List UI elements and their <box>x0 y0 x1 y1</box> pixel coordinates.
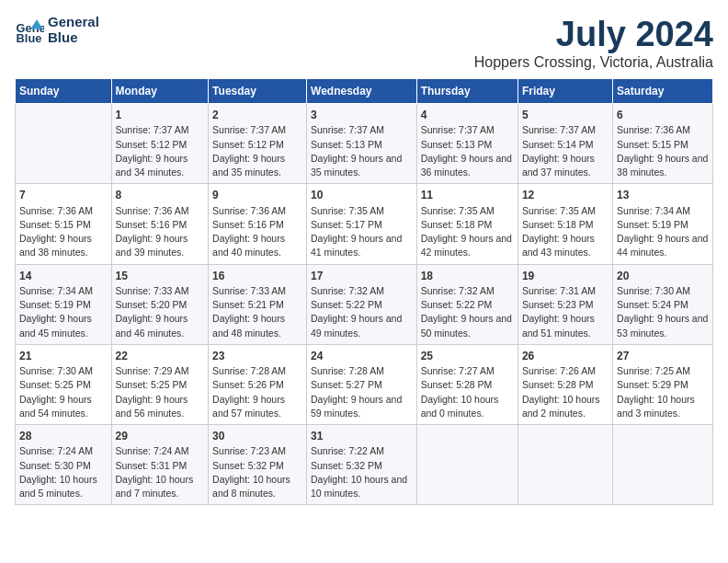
sunrise-text: Sunrise: 7:37 AM <box>522 123 609 137</box>
sunset-text: Sunset: 5:19 PM <box>617 218 709 232</box>
svg-text:Blue: Blue <box>17 30 42 44</box>
sunrise-text: Sunrise: 7:29 AM <box>116 364 205 378</box>
sunrise-text: Sunrise: 7:31 AM <box>522 284 609 298</box>
daylight-text: Daylight: 9 hours and 40 minutes. <box>212 232 302 259</box>
day-number: 23 <box>212 349 302 364</box>
sunset-text: Sunset: 5:30 PM <box>19 459 108 473</box>
day-number: 15 <box>116 269 205 284</box>
daylight-text: Daylight: 9 hours and 50 minutes. <box>421 312 514 339</box>
sunset-text: Sunset: 5:28 PM <box>522 378 609 392</box>
day-number: 4 <box>421 108 514 123</box>
calendar-cell: 4Sunrise: 7:37 AMSunset: 5:13 PMDaylight… <box>416 104 518 184</box>
sunrise-text: Sunrise: 7:28 AM <box>212 364 302 378</box>
sunset-text: Sunset: 5:22 PM <box>421 298 514 312</box>
daylight-text: Daylight: 9 hours and 38 minutes. <box>19 232 108 259</box>
sunrise-text: Sunrise: 7:28 AM <box>311 364 413 378</box>
sunset-text: Sunset: 5:24 PM <box>617 298 709 312</box>
calendar-cell: 29Sunrise: 7:24 AMSunset: 5:31 PMDayligh… <box>111 425 209 505</box>
sunset-text: Sunset: 5:20 PM <box>116 298 205 312</box>
sunrise-text: Sunrise: 7:36 AM <box>617 123 709 137</box>
calendar-cell <box>16 104 112 184</box>
title-area: July 2024 Hoppers Crossing, Victoria, Au… <box>474 15 713 71</box>
sunrise-text: Sunrise: 7:24 AM <box>19 444 108 458</box>
sunrise-text: Sunrise: 7:36 AM <box>19 204 108 218</box>
sunset-text: Sunset: 5:16 PM <box>212 218 302 232</box>
calendar-cell: 3Sunrise: 7:37 AMSunset: 5:13 PMDaylight… <box>307 104 417 184</box>
sunset-text: Sunset: 5:14 PM <box>522 138 609 152</box>
calendar-cell: 10Sunrise: 7:35 AMSunset: 5:17 PMDayligh… <box>307 184 417 264</box>
daylight-text: Daylight: 10 hours and 3 minutes. <box>617 393 709 420</box>
daylight-text: Daylight: 9 hours and 48 minutes. <box>212 312 302 339</box>
col-header-friday: Friday <box>518 79 612 104</box>
day-number: 13 <box>617 188 709 203</box>
col-header-saturday: Saturday <box>613 79 713 104</box>
daylight-text: Daylight: 9 hours and 43 minutes. <box>522 232 609 259</box>
sunrise-text: Sunrise: 7:32 AM <box>421 284 514 298</box>
day-number: 10 <box>311 188 413 203</box>
calendar-cell: 28Sunrise: 7:24 AMSunset: 5:30 PMDayligh… <box>16 425 112 505</box>
sunset-text: Sunset: 5:23 PM <box>522 298 609 312</box>
day-number: 30 <box>212 429 302 444</box>
daylight-text: Daylight: 9 hours and 37 minutes. <box>522 152 609 179</box>
daylight-text: Daylight: 9 hours and 42 minutes. <box>421 232 514 259</box>
daylight-text: Daylight: 10 hours and 5 minutes. <box>19 473 108 500</box>
sunrise-text: Sunrise: 7:24 AM <box>116 444 205 458</box>
sunrise-text: Sunrise: 7:27 AM <box>421 364 514 378</box>
day-number: 14 <box>19 269 108 284</box>
daylight-text: Daylight: 9 hours and 39 minutes. <box>116 232 205 259</box>
sunset-text: Sunset: 5:12 PM <box>212 138 302 152</box>
calendar-body: 1Sunrise: 7:37 AMSunset: 5:12 PMDaylight… <box>16 104 713 505</box>
col-header-tuesday: Tuesday <box>209 79 307 104</box>
daylight-text: Daylight: 9 hours and 45 minutes. <box>19 312 108 339</box>
daylight-text: Daylight: 9 hours and 35 minutes. <box>311 152 413 179</box>
sunrise-text: Sunrise: 7:37 AM <box>311 123 413 137</box>
daylight-text: Daylight: 9 hours and 54 minutes. <box>19 393 108 420</box>
sunrise-text: Sunrise: 7:33 AM <box>212 284 302 298</box>
day-number: 2 <box>212 108 302 123</box>
calendar-cell <box>518 425 612 505</box>
sunrise-text: Sunrise: 7:34 AM <box>19 284 108 298</box>
calendar-cell <box>613 425 713 505</box>
day-number: 5 <box>522 108 609 123</box>
header: General Blue General Blue July 2024 Hopp… <box>15 15 713 71</box>
sunset-text: Sunset: 5:25 PM <box>116 378 205 392</box>
calendar-week-row: 28Sunrise: 7:24 AMSunset: 5:30 PMDayligh… <box>16 425 713 505</box>
day-number: 22 <box>116 349 205 364</box>
day-number: 26 <box>522 349 609 364</box>
sunrise-text: Sunrise: 7:36 AM <box>116 204 205 218</box>
sunset-text: Sunset: 5:29 PM <box>617 378 709 392</box>
day-number: 31 <box>311 429 413 444</box>
daylight-text: Daylight: 10 hours and 8 minutes. <box>212 473 302 500</box>
sunrise-text: Sunrise: 7:30 AM <box>617 284 709 298</box>
calendar-week-row: 21Sunrise: 7:30 AMSunset: 5:25 PMDayligh… <box>16 344 713 424</box>
calendar-cell: 7Sunrise: 7:36 AMSunset: 5:15 PMDaylight… <box>16 184 112 264</box>
calendar-week-row: 1Sunrise: 7:37 AMSunset: 5:12 PMDaylight… <box>16 104 713 184</box>
sunset-text: Sunset: 5:16 PM <box>116 218 205 232</box>
logo-line1: General <box>48 15 99 30</box>
day-number: 24 <box>311 349 413 364</box>
calendar-cell: 24Sunrise: 7:28 AMSunset: 5:27 PMDayligh… <box>307 344 417 424</box>
sunrise-text: Sunrise: 7:25 AM <box>617 364 709 378</box>
daylight-text: Daylight: 10 hours and 10 minutes. <box>311 473 413 500</box>
sunset-text: Sunset: 5:25 PM <box>19 378 108 392</box>
sunset-text: Sunset: 5:15 PM <box>19 218 108 232</box>
daylight-text: Daylight: 10 hours and 0 minutes. <box>421 393 514 420</box>
day-number: 12 <box>522 188 609 203</box>
day-number: 6 <box>617 108 709 123</box>
daylight-text: Daylight: 9 hours and 53 minutes. <box>617 312 709 339</box>
sunset-text: Sunset: 5:18 PM <box>421 218 514 232</box>
logo-line2: Blue <box>48 30 99 46</box>
daylight-text: Daylight: 9 hours and 59 minutes. <box>311 393 413 420</box>
day-number: 11 <box>421 188 514 203</box>
day-number: 19 <box>522 269 609 284</box>
calendar-cell: 25Sunrise: 7:27 AMSunset: 5:28 PMDayligh… <box>416 344 518 424</box>
calendar-cell: 9Sunrise: 7:36 AMSunset: 5:16 PMDaylight… <box>209 184 307 264</box>
location-title: Hoppers Crossing, Victoria, Australia <box>474 54 713 71</box>
daylight-text: Daylight: 10 hours and 2 minutes. <box>522 393 609 420</box>
day-number: 27 <box>617 349 709 364</box>
sunset-text: Sunset: 5:21 PM <box>212 298 302 312</box>
calendar-cell: 20Sunrise: 7:30 AMSunset: 5:24 PMDayligh… <box>613 264 713 344</box>
sunrise-text: Sunrise: 7:26 AM <box>522 364 609 378</box>
col-header-sunday: Sunday <box>16 79 112 104</box>
sunrise-text: Sunrise: 7:37 AM <box>116 123 205 137</box>
